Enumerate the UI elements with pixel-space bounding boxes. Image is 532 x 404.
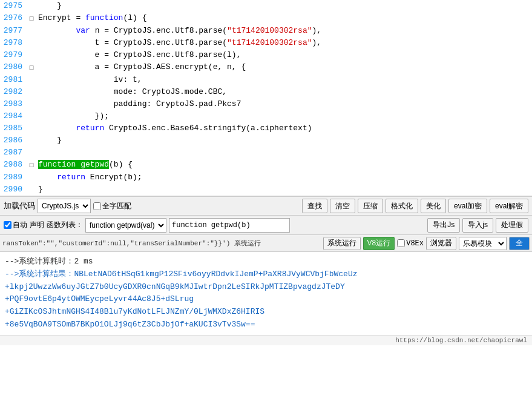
output-line: +8e5VqBOA9TSOmB7BKpO1OLJj9q6tZ3CbJbjOf+a… [5,319,527,331]
line-number: 2987 [0,147,27,159]
line-number: 2988 [0,159,27,171]
code-editor: 2975 }2976□Encrypt = function(l) {2977 v… [0,0,532,196]
table-row: 2986 } [0,134,532,147]
table-row: 2985 return CryptoJS.enc.Base64.stringif… [0,122,532,134]
table-row: 2976□Encrypt = function(l) { [0,12,532,25]
beautify-button[interactable]: 美化 [421,199,446,213]
process-button[interactable]: 处理假 [496,218,528,233]
table-row: 2979 e = CryptoJS.enc.Utf8.parse(l), [0,49,532,61]
auto-checkbox[interactable] [4,221,11,229]
code-content: }); [36,110,532,122]
line-number: 2983 [0,98,27,110]
fold-icon [27,86,36,87]
table-row: 2982 mode: CryptoJS.mode.CBC, [0,86,532,98]
fullmatch-checkbox[interactable] [93,202,101,210]
v8-run-button[interactable]: V8运行 [363,237,395,250]
v8ex-checkbox[interactable] [397,239,405,247]
line-number: 2976 [0,12,27,24]
toolbar-row3: ransToken":"","customerId":null,"transSe… [0,235,532,252]
table-row: 2978 t = CryptoJS.enc.Utf8.parse("t17142… [0,37,532,49]
funclist-label: 函数列表： [47,220,83,230]
toolbar-row1: 加载代码 CryptoJS.jsmain.jsindex.js 全字匹配 查找 … [0,196,532,216]
auto-label: 自动 [13,220,27,230]
sys-run-button[interactable]: 系统运行 [323,237,361,250]
output-line: +PQF9ovtE6p4ytOWMEycpeLyvr44Ac8J5+dSLrug [5,293,527,306]
line-number: 2975 [0,0,27,12]
fold-icon [27,122,36,123]
auto-group: 自动 [4,220,27,230]
table-row: 2981 iv: t, [0,74,532,86]
table-row: 2989 return Encrypt(b); [0,171,532,184]
line-number: 2990 [0,184,27,196]
code-content: var n = CryptoJS.enc.Utf8.parse("t171420… [36,25,532,37]
fold-icon [27,74,36,75]
format-button[interactable]: 格式化 [386,199,418,213]
table-row: 2987 [0,147,532,159]
fold-icon [27,49,36,50]
line-number: 2981 [0,74,27,86]
compress-button[interactable]: 压缩 [358,199,383,213]
eval-dec-button[interactable]: eval解密 [490,199,528,213]
line-number: 2989 [0,171,27,184]
v8ex-label: V8Ex [406,239,424,248]
table-row: 2988□function getpwd(b) { [0,159,532,171]
fullmatch-group: 全字匹配 [93,201,131,211]
fold-icon [27,25,36,25]
code-lines: 2975 }2976□Encrypt = function(l) {2977 v… [0,0,532,196]
line-number: 2985 [0,122,27,134]
toolbar-row2: 自动 声明 函数列表： function getpwd(val)function… [0,216,532,235]
table-row: 2977 var n = CryptoJS.enc.Utf8.parse("t1… [0,25,532,37]
file-select[interactable]: CryptoJS.jsmain.jsindex.js [38,199,91,213]
load-code-label: 加载代码 [4,200,35,211]
output-area: -->系统计算耗时：2 ms-->系统计算结果：NBLetNAD6tHSqG1k… [0,252,532,335]
code-content: mode: CryptoJS.mode.CBC, [36,86,532,98]
search-button[interactable]: 查找 [302,199,327,213]
code-content: a = CryptoJS.AES.encrypt(e, n, { [36,61,532,73]
status-url: https://blog.csdn.net/chaopicrawl [395,337,527,344]
fold-icon [27,0,36,1]
code-content: e = CryptoJS.enc.Utf8.parse(l), [36,49,532,61]
func-input[interactable] [169,218,290,233]
export-js-button[interactable]: 导出Js [427,218,460,233]
output-line: +lkpj2UwzzWw6uyJGtZ7b0UcyGDXR0cnNGqB9kMJ… [5,281,527,294]
code-content: Encrypt = function(l) { [36,12,532,24]
line-number: 2979 [0,49,27,61]
fold-icon [27,37,36,38]
code-content: } [36,134,532,147]
clear-button[interactable]: 清空 [330,199,355,213]
fullmatch-label: 全字匹配 [102,201,131,211]
line-number: 2980 [0,61,27,73]
table-row: 2983 padding: CryptoJS.pad.Pkcs7 [0,98,532,110]
fold-icon [27,171,36,172]
code-content: return Encrypt(b); [36,171,532,184]
fold-icon [27,98,36,99]
runtime-text: ransToken":"","customerId":null,"transSe… [2,239,321,248]
output-line: -->系统计算耗时：2 ms [5,256,527,268]
output-line: +GiZIKcOSJhtmNGHS4I48Blu7yKdNotLFLJNZmY/… [5,306,527,319]
line-number: 2982 [0,86,27,98]
funclist-select[interactable]: function getpwd(val)function Encrypt(l) [85,218,166,233]
eval-enc-button[interactable]: eval加密 [448,199,487,213]
fold-icon[interactable]: □ [27,12,36,25]
declare-label: 声明 [30,220,44,230]
line-number: 2984 [0,110,27,122]
output-line: -->系统计算结果：NBLetNAD6tHSqG1kmgP12SFiv6oyyR… [5,268,527,281]
table-row: 2975 } [0,0,532,12]
module-select[interactable]: 乐易模块Node模块 [459,237,507,250]
browser-button[interactable]: 浏览器 [426,237,456,250]
fold-icon [27,134,36,135]
fold-icon[interactable]: □ [27,159,36,171]
code-content: } [36,0,532,12]
code-content: } [36,184,532,196]
table-row: 2984 }); [0,110,532,122]
fold-icon[interactable]: □ [27,61,36,74]
code-content: iv: t, [36,74,532,86]
code-content: function getpwd(b) { [36,159,532,171]
line-number: 2986 [0,134,27,147]
extra-button[interactable]: 全 [509,237,530,250]
fold-icon [27,110,36,111]
import-js-button[interactable]: 导入js [462,218,493,233]
fold-icon [27,184,36,184]
code-content: t = CryptoJS.enc.Utf8.parse("t1714201003… [36,37,532,49]
line-number: 2978 [0,37,27,49]
